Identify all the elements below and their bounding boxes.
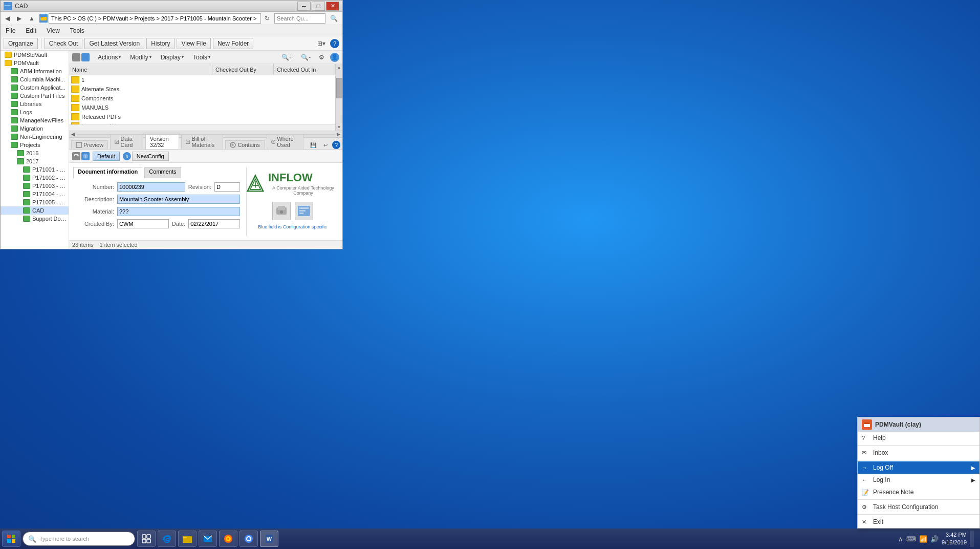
- sidebar-item-columbia[interactable]: Columbia Machi...: [1, 75, 69, 83]
- menu-edit[interactable]: Edit: [23, 26, 39, 35]
- menu-item-help[interactable]: ? Help: [858, 432, 979, 444]
- check-out-button[interactable]: Check Out: [45, 38, 83, 49]
- zoom-in-button[interactable]: 🔍+: [279, 53, 295, 62]
- tab-contains[interactable]: Contains: [225, 140, 264, 149]
- menu-tools[interactable]: Tools: [67, 26, 88, 35]
- edge-button[interactable]: [158, 531, 176, 547]
- up-button[interactable]: ▲: [26, 14, 37, 23]
- sidebar-item-p171001[interactable]: P171001 - Hel...: [1, 165, 69, 174]
- actions-button[interactable]: Actions ▾: [95, 53, 124, 61]
- new-folder-button[interactable]: New Folder: [213, 38, 253, 49]
- file-row[interactable]: MANUALS: [69, 103, 335, 112]
- column-name[interactable]: Name: [69, 64, 212, 75]
- column-checked-out-in[interactable]: Checked Out In: [274, 64, 335, 75]
- sidebar-item-logs[interactable]: Logs: [1, 108, 69, 116]
- sidebar-item-custom-app[interactable]: Custom Applicat...: [1, 83, 69, 92]
- file-row[interactable]: Released PDFs: [69, 112, 335, 121]
- sidebar-item-p171005[interactable]: P171005 - Mo...: [1, 198, 69, 206]
- sidebar-item-2016[interactable]: 2016: [1, 149, 69, 157]
- keyboard-icon[interactable]: ⌨: [906, 535, 916, 543]
- search-button[interactable]: 🔍: [328, 14, 340, 23]
- file-row[interactable]: 1: [69, 75, 335, 85]
- newconfig-button[interactable]: NewConfig: [132, 152, 169, 161]
- tab-data-card[interactable]: Data Card: [110, 134, 143, 149]
- organize-button[interactable]: Organize: [4, 38, 38, 49]
- clock[interactable]: 3:42 PM 9/16/2019: [942, 531, 967, 547]
- tab-preview[interactable]: Preview: [71, 140, 108, 149]
- scroll-thumb[interactable]: [336, 78, 342, 98]
- menu-item-log-in[interactable]: ← Log In ▶: [858, 474, 979, 486]
- sidebar-item-managenewfiles[interactable]: ManageNewFiles: [1, 116, 69, 124]
- sidebar-item-support[interactable]: Support Doc...: [1, 215, 69, 223]
- help-button[interactable]: ?: [330, 39, 339, 48]
- panel-save-button[interactable]: 💾: [308, 141, 319, 149]
- firefox-button[interactable]: [219, 531, 237, 547]
- taskbar-search[interactable]: 🔍 Type here to search: [23, 532, 135, 546]
- revision-input[interactable]: [214, 182, 240, 192]
- close-button[interactable]: ✕: [326, 2, 339, 11]
- menu-item-task-host[interactable]: ⚙ Task Host Configuration: [858, 501, 979, 513]
- sidebar-item-projects[interactable]: Projects: [1, 141, 69, 149]
- tools-button[interactable]: Tools ▾: [190, 53, 213, 61]
- refresh-button[interactable]: ↻: [262, 14, 272, 23]
- minimize-button[interactable]: ─: [297, 2, 311, 11]
- network-icon[interactable]: 📶: [919, 535, 927, 543]
- view-file-button[interactable]: View File: [177, 38, 210, 49]
- menu-file[interactable]: File: [3, 26, 18, 35]
- start-button[interactable]: [2, 531, 20, 547]
- file-explorer-button[interactable]: [178, 531, 197, 547]
- menu-item-log-off[interactable]: → Log Off ▶: [858, 461, 979, 474]
- sidebar-item-cad[interactable]: CAD: [1, 206, 69, 215]
- file-row[interactable]: Alternate Sizes: [69, 85, 335, 94]
- sidebar-item-pdmstdvault[interactable]: PDMStdVault: [1, 51, 69, 59]
- sidebar-item-abm[interactable]: ABM Information: [1, 67, 69, 75]
- menu-item-exit[interactable]: ✕ Exit: [858, 516, 979, 528]
- menu-view[interactable]: View: [43, 26, 63, 35]
- material-input[interactable]: [117, 207, 240, 216]
- show-desktop-button[interactable]: [970, 531, 974, 547]
- menu-item-inbox[interactable]: ✉ Inbox: [858, 447, 979, 459]
- sidebar-item-migration[interactable]: Migration: [1, 124, 69, 133]
- column-checked-out-by[interactable]: Checked Out By: [212, 64, 274, 75]
- tray-up-arrow[interactable]: ∧: [898, 535, 903, 543]
- view-options-button[interactable]: ⊞▾: [315, 39, 328, 48]
- maximize-button[interactable]: □: [312, 2, 325, 11]
- scroll-down-arrow[interactable]: ▼: [336, 124, 342, 131]
- sidebar-item-p171002[interactable]: P171002 - Spr...: [1, 174, 69, 182]
- tab-bom[interactable]: Bill of Materials: [181, 134, 223, 149]
- settings-button[interactable]: ⚙: [316, 53, 327, 62]
- history-button[interactable]: History: [146, 38, 175, 49]
- chrome-button[interactable]: [239, 531, 258, 547]
- menu-item-presence-note[interactable]: 📝 Presence Note: [858, 486, 979, 498]
- tab-where-used[interactable]: Where Used: [267, 134, 304, 149]
- user-button[interactable]: 👤: [330, 53, 339, 62]
- search-input[interactable]: [274, 13, 325, 24]
- volume-icon[interactable]: 🔊: [930, 535, 939, 543]
- file-row[interactable]: Components: [69, 94, 335, 103]
- horizontal-scrollbar[interactable]: [69, 124, 335, 131]
- tab-version[interactable]: Version 32/32: [145, 134, 179, 149]
- back-button[interactable]: ◀: [3, 14, 12, 23]
- task-view-button[interactable]: [137, 531, 156, 547]
- display-button[interactable]: Display ▾: [158, 53, 187, 61]
- sidebar-item-pdmvault[interactable]: PDMVault: [1, 59, 69, 67]
- sidebar-item-custom-part[interactable]: Custom Part Files: [1, 92, 69, 100]
- created-by-input[interactable]: [117, 219, 169, 228]
- sidebar-item-non-eng[interactable]: Non-Engineering: [1, 133, 69, 141]
- panel-undo-button[interactable]: ↩: [321, 141, 330, 149]
- word-button[interactable]: W: [260, 531, 278, 547]
- get-latest-button[interactable]: Get Latest Version: [84, 38, 144, 49]
- sidebar-item-p171004[interactable]: P171004 - LD F...: [1, 190, 69, 198]
- forward-button[interactable]: ▶: [14, 14, 24, 23]
- scroll-up-arrow[interactable]: ▲: [336, 64, 342, 71]
- modify-button[interactable]: Modify ▾: [127, 53, 154, 61]
- file-list-scrollbar[interactable]: ▲ ▼: [335, 64, 342, 131]
- address-input[interactable]: [49, 13, 261, 24]
- zoom-out-button[interactable]: 🔍-: [298, 53, 313, 62]
- date-input[interactable]: [188, 219, 240, 228]
- default-config-button[interactable]: Default: [93, 152, 120, 161]
- tab-document-info[interactable]: Document information: [73, 167, 142, 178]
- description-input[interactable]: [117, 195, 240, 204]
- tab-comments[interactable]: Comments: [144, 167, 181, 178]
- sidebar-item-p171003[interactable]: P171003 - PDM: [1, 182, 69, 190]
